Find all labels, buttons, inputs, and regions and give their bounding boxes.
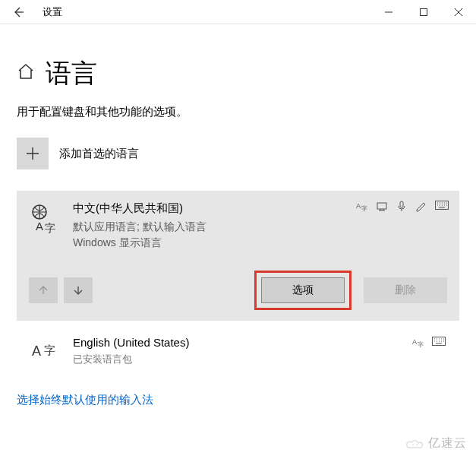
svg-text:字: 字	[45, 222, 55, 233]
svg-rect-6	[377, 203, 386, 209]
plus-icon	[17, 138, 49, 169]
language-detail-1: 已安装语言包	[73, 352, 447, 367]
home-icon[interactable]	[17, 62, 35, 85]
svg-rect-7	[400, 201, 403, 207]
back-button[interactable]	[0, 0, 36, 24]
speech-icon	[396, 200, 408, 214]
delete-button: 删除	[364, 277, 447, 303]
cloud-icon	[405, 437, 425, 451]
move-down-button[interactable]	[64, 277, 93, 303]
svg-text:A: A	[412, 338, 417, 346]
maximize-button[interactable]	[406, 0, 441, 24]
language-item-english[interactable]: A 字 English (United States) 已安装语言包 A字	[17, 328, 459, 375]
titlebar: 设置	[0, 0, 476, 24]
feature-icons-row: A字	[356, 200, 449, 214]
keyboard-icon	[432, 336, 446, 350]
language-item-chinese[interactable]: A 字 中文(中华人民共和国) 默认应用语言; 默认输入语言 Windows 显…	[17, 191, 459, 321]
language-glyph-icon: A 字	[29, 201, 61, 251]
text-to-speech-icon: A字	[412, 336, 424, 350]
close-icon	[455, 8, 462, 16]
add-language-row[interactable]: 添加首选的语言	[17, 138, 459, 169]
svg-text:字: 字	[418, 341, 424, 348]
arrow-up-icon	[38, 285, 49, 296]
maximize-icon	[420, 8, 427, 16]
text-to-speech-icon: A字	[356, 200, 368, 214]
watermark: 亿速云	[405, 435, 467, 451]
page-title: 语言	[46, 56, 97, 91]
language-name: English (United States)	[73, 336, 447, 349]
watermark-text: 亿速云	[428, 435, 467, 451]
svg-point-15	[416, 444, 418, 445]
language-detail-2: Windows 显示语言	[73, 235, 447, 251]
minimize-icon	[385, 8, 392, 16]
add-language-label: 添加首选的语言	[59, 147, 139, 161]
options-highlight: 选项	[254, 271, 351, 310]
svg-text:A: A	[356, 202, 361, 210]
svg-text:字: 字	[361, 205, 367, 212]
keyboard-icon	[435, 200, 449, 214]
arrow-down-icon	[73, 285, 84, 296]
page-header: 语言	[17, 56, 459, 91]
svg-rect-0	[421, 8, 427, 15]
svg-text:A: A	[36, 220, 43, 233]
svg-text:字: 字	[44, 343, 55, 356]
language-actions: 选项 删除	[29, 271, 447, 310]
page-subtitle: 用于配置键盘和其他功能的选项。	[17, 105, 459, 119]
feature-icons-row: A字	[412, 336, 446, 350]
language-glyph-icon: A 字	[29, 336, 61, 367]
svg-text:A: A	[32, 343, 41, 359]
handwriting-icon	[415, 200, 427, 214]
window-title: 设置	[36, 5, 371, 19]
move-up-button[interactable]	[29, 277, 58, 303]
choose-default-ime-link[interactable]: 选择始终默认使用的输入法	[17, 393, 476, 407]
language-detail-1: 默认应用语言; 默认输入语言	[73, 219, 447, 235]
close-button[interactable]	[441, 0, 476, 24]
arrow-left-icon	[12, 6, 24, 18]
region-icon	[376, 200, 388, 214]
options-button[interactable]: 选项	[261, 277, 345, 303]
svg-point-14	[412, 444, 414, 445]
minimize-button[interactable]	[371, 0, 406, 24]
